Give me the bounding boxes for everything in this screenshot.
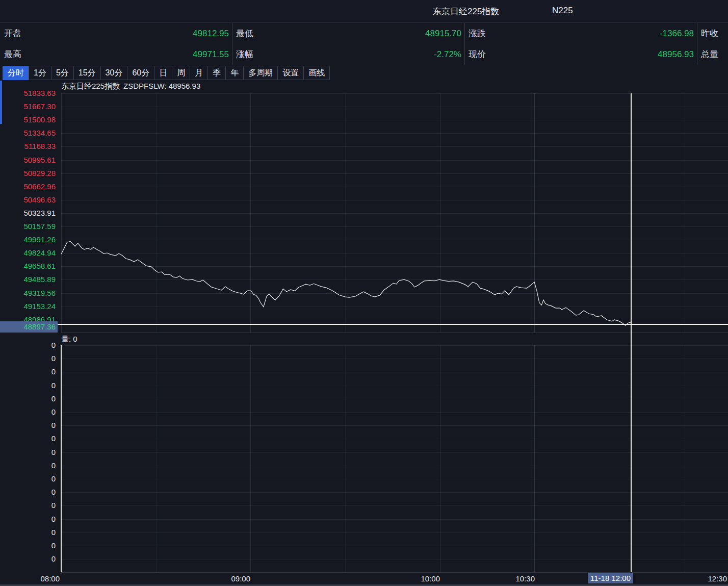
crosshair-vertical-line [631,93,632,572]
price-line-plot [0,0,728,586]
price-line [61,241,631,325]
crosshair-horizontal-line [58,324,728,325]
volume-axis-line [61,345,62,572]
time-axis-label-current: 11-18 12:00 [588,573,633,583]
left-scroll-indicator [0,81,2,124]
app-window: 东京日经225指数 N225 开盘49812.95最低48915.70涨跌-13… [0,0,728,586]
crosshair-price-label: 48897.36 [0,321,58,333]
